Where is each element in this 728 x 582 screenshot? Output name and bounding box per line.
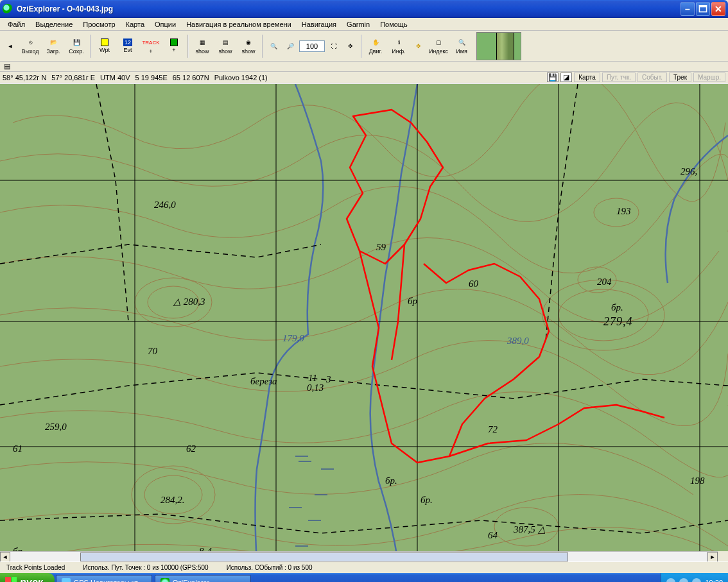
layers-icon[interactable]: ▤ (3, 62, 12, 71)
panel-track[interactable]: Трек (669, 73, 691, 82)
info-label: Инф. (392, 48, 405, 55)
windows-logo-icon (5, 577, 17, 582)
app-icon (3, 4, 13, 14)
title-bar: OziExplorer - O-40-043.jpg – 🗖 ✕ (0, 0, 728, 18)
evt-label: Evt (123, 47, 132, 53)
move-button[interactable]: ✋Двиг. (365, 34, 386, 58)
save-view-icon[interactable]: 💾 (547, 73, 559, 82)
task-oziexplorer[interactable]: OziExplorer (155, 575, 251, 582)
scroll-right-arrow[interactable]: ► (707, 552, 718, 562)
scroll-left-arrow[interactable]: ◄ (0, 552, 10, 562)
info-button[interactable]: ℹИнф. (388, 34, 410, 58)
name-label: Имя (456, 48, 467, 55)
separator (262, 35, 263, 58)
track-icon: TRACK (146, 37, 156, 47)
panel-route[interactable]: Маршр. (693, 73, 725, 82)
zoom-fit-button[interactable]: ⛶ (326, 39, 342, 53)
hand-icon: ✋ (370, 37, 381, 47)
index-button[interactable]: ▢Индекс (428, 34, 449, 58)
panel-map[interactable]: Карта (574, 73, 600, 82)
scroll-thumb[interactable] (80, 552, 568, 561)
show2-button[interactable]: ▤show (214, 34, 236, 58)
menu-options[interactable]: Опции (150, 19, 181, 30)
latitude: 58° 45,122г N (3, 74, 46, 81)
route-icon (170, 39, 178, 46)
start-button[interactable]: пуск (0, 573, 55, 582)
coordinate-bar: 58° 45,122г N 57° 20,681г E UTM 40V 5 19… (0, 72, 728, 83)
name-button[interactable]: 🔍Имя (451, 34, 472, 58)
menu-view[interactable]: Просмотр (78, 19, 120, 30)
menu-file[interactable]: Файл (3, 19, 30, 30)
close-button[interactable]: ✕ (711, 2, 725, 16)
exit-button[interactable]: ⎋Выход (19, 34, 41, 58)
task-gps-navigators[interactable]: GPS Навигаторы кт... (56, 575, 152, 582)
load-label: Загр. (46, 48, 60, 55)
panel-events[interactable]: Событ. (637, 73, 667, 82)
show3-button[interactable]: ◉show (238, 34, 259, 58)
separator (90, 35, 91, 58)
status-points: Использ. Пут. Точек : 0 из 10000 (GPS:50… (79, 563, 212, 572)
status-events: Использ. СОбытий : 0 из 500 (223, 563, 316, 572)
clock[interactable]: 19:20 (705, 579, 723, 582)
arrows-icon: ✥ (413, 41, 424, 51)
back-button[interactable]: ◄ (3, 39, 18, 53)
route-add-button[interactable]: + (163, 34, 185, 58)
system-tray: 19:20 (661, 573, 728, 582)
datum: Pulkovo 1942 (1) (214, 74, 268, 81)
easting: 5 19 945E (135, 74, 168, 81)
maximize-button[interactable]: 🗖 (696, 2, 710, 16)
taskbar: пуск GPS Навигаторы кт... OziExplorer 19… (0, 573, 728, 582)
toggle-icon[interactable]: ◪ (560, 73, 572, 82)
exit-icon: ⎋ (25, 37, 35, 47)
horizontal-scrollbar[interactable]: ◄ ► (0, 551, 718, 561)
show-point-icon: ◉ (243, 37, 254, 47)
save-button[interactable]: 💾Сохр. (65, 34, 87, 58)
menu-selection[interactable]: Выделение (30, 19, 78, 30)
track-button[interactable]: TRACK+ (140, 34, 162, 58)
map-preview[interactable] (476, 32, 521, 60)
separator (361, 35, 362, 58)
show3-label: show (241, 48, 255, 55)
menu-help[interactable]: Помощь (375, 19, 413, 30)
wpt-label: Wpt (100, 47, 110, 53)
folder-open-icon: 📂 (48, 37, 58, 47)
menu-garmin[interactable]: Garmin (342, 19, 375, 30)
nav-arrows-button[interactable]: ✥ (411, 39, 426, 53)
menu-realtime-nav[interactable]: Навигация в реальном времени (181, 19, 297, 30)
save-icon: 💾 (71, 37, 82, 47)
tray-icon-3[interactable] (692, 578, 701, 582)
name-icon: 🔍 (456, 37, 467, 47)
wpt-button[interactable]: Wpt (94, 34, 116, 58)
separator (187, 35, 189, 58)
zoom-out-button[interactable]: 🔎 (282, 39, 298, 53)
zoom-in-button[interactable]: 🔍 (266, 39, 281, 53)
toolbar-secondary: ▤ (0, 62, 728, 72)
browser-icon (62, 578, 71, 582)
show-grid-icon: ▦ (197, 37, 207, 47)
show1-button[interactable]: ▦show (191, 34, 213, 58)
menu-map[interactable]: Карта (121, 19, 150, 30)
evt-button[interactable]: 12Evt (117, 34, 139, 58)
waypoint-icon (101, 39, 108, 46)
plus-label2: + (172, 47, 175, 53)
event-icon: 12 (123, 39, 132, 46)
task1-label: GPS Навигаторы кт... (74, 579, 143, 582)
tray-icon-2[interactable] (679, 578, 688, 582)
left-arrow-icon: ◄ (5, 41, 15, 51)
scroll-corner (718, 551, 728, 561)
map-canvas[interactable]: 246,0△ 280,370179,0береза110,133259,0616… (0, 83, 728, 561)
plus-label: + (149, 48, 152, 55)
minimize-button[interactable]: – (680, 2, 695, 16)
load-button[interactable]: 📂Загр. (42, 34, 64, 58)
show1-label: show (195, 48, 209, 55)
zoom-in-icon: 🔍 (268, 41, 279, 51)
zoom-level-input[interactable] (299, 40, 325, 52)
menu-navigation[interactable]: Навигация (297, 19, 342, 30)
tray-icon-1[interactable] (666, 578, 675, 582)
center-button[interactable]: ✥ (343, 39, 358, 53)
scroll-track[interactable] (10, 552, 707, 562)
panel-waypoints[interactable]: Пут. тчк. (602, 73, 636, 82)
fit-icon: ⛶ (329, 41, 339, 51)
ozi-icon (160, 578, 169, 582)
move-label: Двиг. (369, 48, 383, 55)
